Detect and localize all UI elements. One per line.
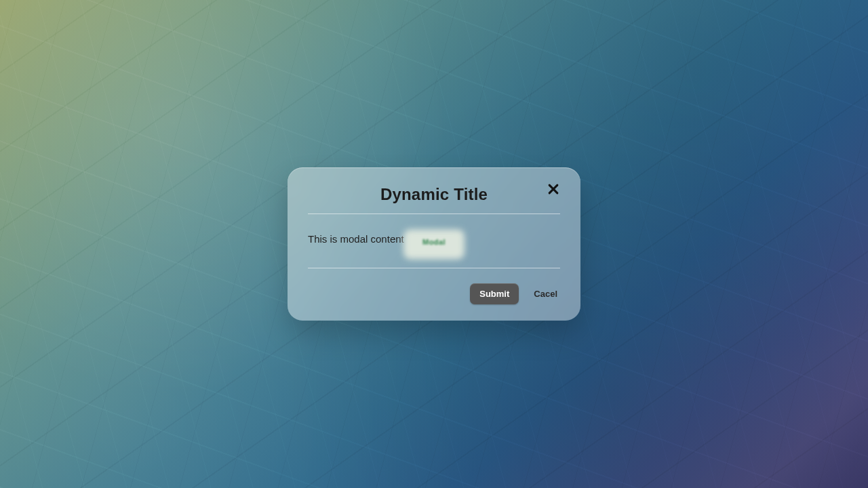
close-icon xyxy=(547,182,560,196)
modal-title: Dynamic Title xyxy=(308,185,560,204)
cancel-button[interactable]: Cacel xyxy=(531,283,560,304)
background-ghost-button xyxy=(403,229,465,259)
modal-body: Modal This is modal content xyxy=(308,214,560,268)
modal-header: Dynamic Title xyxy=(308,185,560,214)
modal-dialog: Dynamic Title Modal This is modal conten… xyxy=(288,167,580,321)
close-button[interactable] xyxy=(544,180,563,199)
modal-footer: Submit Cacel xyxy=(308,268,560,304)
submit-button[interactable]: Submit xyxy=(470,283,519,304)
